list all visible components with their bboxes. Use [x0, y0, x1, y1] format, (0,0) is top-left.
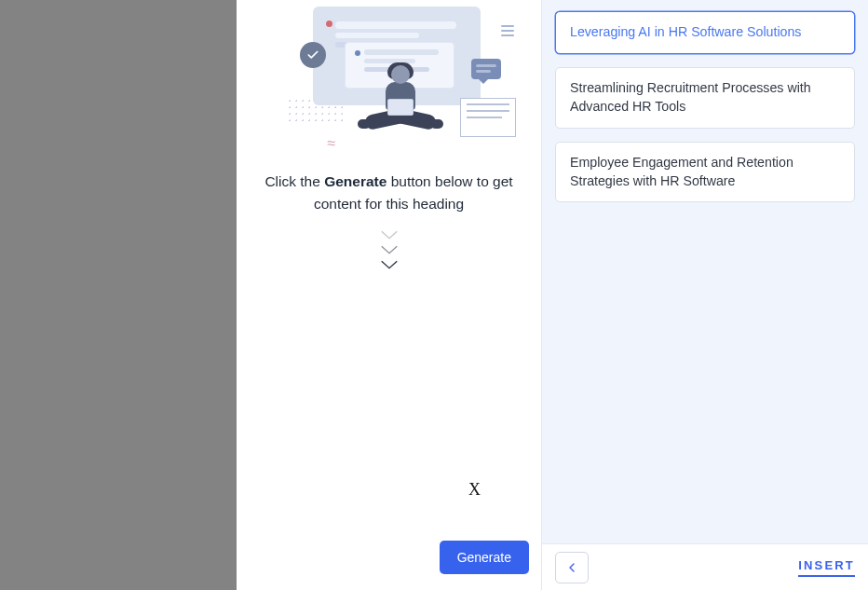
suggestion-item-1[interactable]: Streamlining Recruitment Processes with …: [555, 67, 855, 129]
instruction-illustration: ≈: [278, 5, 501, 154]
backdrop-area: [0, 0, 237, 583]
suggestions-panel: Leveraging AI in HR Software Solutions S…: [541, 0, 868, 590]
chat-icon: [471, 59, 501, 79]
content-generation-panel: ≈ Click the Generate button below to get…: [237, 0, 541, 590]
back-button[interactable]: [555, 552, 589, 583]
suggestions-footer: INSERT: [542, 543, 868, 590]
check-icon: [300, 42, 326, 68]
instruction-bold: Generate: [324, 173, 387, 189]
instruction-text: Click the Generate button below to get c…: [237, 171, 541, 215]
instruction-prefix: Click the: [264, 173, 324, 189]
generate-button[interactable]: Generate: [440, 541, 529, 574]
suggestion-item-0[interactable]: Leveraging AI in HR Software Solutions: [555, 11, 855, 54]
chevron-left-icon: [564, 560, 579, 575]
backdrop-panel: [0, 0, 237, 590]
chevron-down-animation: [379, 228, 400, 271]
suggestion-item-2[interactable]: Employee Engagement and Retention Strate…: [555, 142, 855, 203]
insert-button[interactable]: INSERT: [798, 558, 855, 577]
